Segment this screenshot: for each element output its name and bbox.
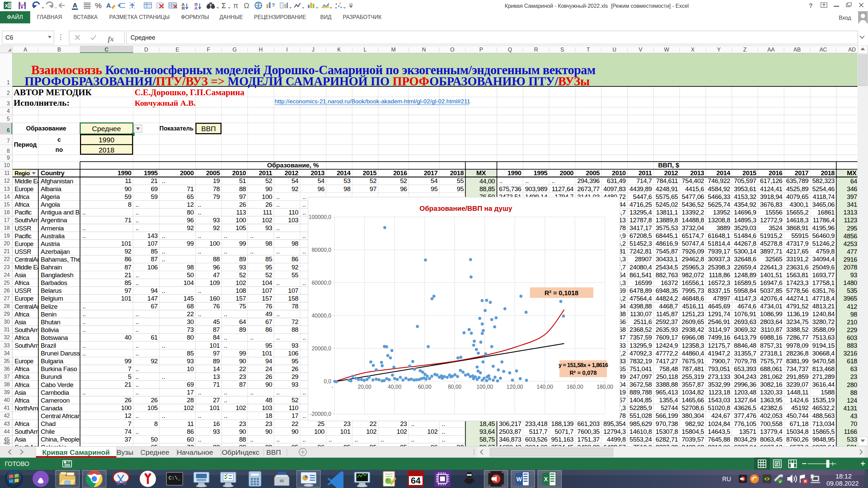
svg-text:1995: 1995 <box>144 169 158 177</box>
svg-text:12358,3: 12358,3 <box>682 342 704 349</box>
svg-text:Africa: Africa <box>15 334 30 341</box>
svg-text:..: .. <box>82 318 86 325</box>
svg-text:7600,35: 7600,35 <box>577 428 600 435</box>
svg-text:23: 23 <box>239 420 246 427</box>
svg-text:68: 68 <box>187 303 194 310</box>
svg-text:..: .. <box>499 177 503 184</box>
svg-text:46532,2: 46532,2 <box>812 404 835 411</box>
svg-text:43: 43 <box>4 421 10 427</box>
svg-text:H: H <box>259 47 263 53</box>
svg-text:с: с <box>57 136 61 143</box>
svg-text:28: 28 <box>187 396 194 404</box>
svg-text:2000: 2000 <box>560 169 574 177</box>
svg-text:Africa: Africa <box>15 397 30 404</box>
svg-text:4153,32: 4153,32 <box>734 193 756 200</box>
svg-text:..: .. <box>82 326 86 333</box>
svg-text:64: 64 <box>411 475 421 486</box>
svg-text:26: 26 <box>151 396 158 404</box>
svg-text:477: 477 <box>847 248 857 255</box>
svg-text:1588: 1588 <box>821 389 835 396</box>
svg-text:..: .. <box>162 342 165 349</box>
svg-text:ГЛАВНАЯ: ГЛАВНАЯ <box>37 14 62 20</box>
svg-text:92: 92 <box>292 185 298 192</box>
svg-text:7939,17: 7939,17 <box>708 248 730 255</box>
svg-text:714,7: 714,7 <box>636 177 652 184</box>
svg-text:Country: Country <box>41 169 65 177</box>
svg-text:13208,8: 13208,8 <box>708 217 730 224</box>
svg-text:982,92: 982,92 <box>685 420 704 427</box>
svg-text:101: 101 <box>210 404 220 411</box>
svg-text:751,041: 751,041 <box>630 365 652 372</box>
svg-text:4398,88: 4398,88 <box>630 303 652 310</box>
svg-text:Pacific: Pacific <box>15 209 32 216</box>
svg-text:78: 78 <box>292 303 298 310</box>
svg-text:..: .. <box>224 248 227 255</box>
svg-text:3114,97: 3114,97 <box>708 326 730 333</box>
svg-text:..: .. <box>136 381 139 388</box>
svg-text:60,00: 60,00 <box>418 384 431 390</box>
svg-text:76: 76 <box>213 303 220 310</box>
svg-text:С.Е.Дорошко, Г.П.Самарина: С.Е.Дорошко, Г.П.Самарина <box>135 88 244 97</box>
svg-text:1118,86: 1118,86 <box>709 271 730 279</box>
svg-text:3465,06: 3465,06 <box>812 201 835 208</box>
svg-text:16599: 16599 <box>635 279 652 286</box>
svg-text:3676,83: 3676,83 <box>760 201 783 208</box>
svg-text:47092,3: 47092,3 <box>630 350 652 357</box>
svg-text:..: .. <box>276 310 280 318</box>
svg-text:71: 71 <box>187 185 194 192</box>
svg-text:100: 100 <box>236 217 246 224</box>
svg-text:Armenia: Armenia <box>41 225 64 232</box>
svg-text:..: .. <box>276 224 280 231</box>
svg-text:Вузы: Вузы <box>117 448 133 456</box>
svg-text:97: 97 <box>239 193 246 200</box>
svg-text:..: .. <box>276 436 280 443</box>
svg-text:107: 107 <box>147 240 158 247</box>
svg-text:2078: 2078 <box>843 264 857 271</box>
svg-text:USSR: USSR <box>15 287 31 294</box>
svg-text:Asia: Asia <box>15 271 26 279</box>
svg-text:9978,09: 9978,09 <box>786 342 809 349</box>
svg-text:16572,3: 16572,3 <box>708 279 730 286</box>
svg-text:705,597: 705,597 <box>734 177 756 184</box>
svg-text:..: .. <box>276 389 280 396</box>
svg-text:27318,1: 27318,1 <box>760 350 783 357</box>
svg-text:7039,57: 7039,57 <box>682 436 704 443</box>
svg-text:27: 27 <box>213 396 220 404</box>
svg-text:РАЗРАБОТЧИК: РАЗРАБОТЧИК <box>343 14 382 20</box>
svg-text:46: 46 <box>4 440 10 446</box>
svg-text:24: 24 <box>265 365 272 372</box>
svg-text:68445,1: 68445,1 <box>656 232 678 239</box>
svg-text:8: 8 <box>154 420 158 427</box>
svg-text:20,00: 20,00 <box>358 384 371 390</box>
svg-text:98: 98 <box>292 240 298 247</box>
svg-text:603,526: 603,526 <box>525 436 548 443</box>
svg-text:..: .. <box>302 334 306 341</box>
svg-text:52285,9: 52285,9 <box>630 404 652 411</box>
svg-text:24: 24 <box>4 272 10 278</box>
svg-text:93: 93 <box>187 358 194 365</box>
svg-text:15307,8: 15307,8 <box>656 428 678 435</box>
svg-text:Bhutan: Bhutan <box>41 319 60 326</box>
svg-text:341: 341 <box>847 201 857 208</box>
svg-text:Belarus: Belarus <box>41 287 62 294</box>
svg-text:94: 94 <box>265 358 272 365</box>
svg-text:..: .. <box>198 248 201 255</box>
svg-text:41147,3: 41147,3 <box>734 295 756 302</box>
svg-text:B: B <box>57 47 61 53</box>
svg-text:..: .. <box>276 248 280 255</box>
svg-text:26: 26 <box>239 201 246 208</box>
svg-text:π: π <box>233 1 238 10</box>
svg-text:1480: 1480 <box>843 279 857 286</box>
svg-text:43: 43 <box>850 412 857 420</box>
svg-text:..: .. <box>162 248 165 255</box>
svg-text:30937,3: 30937,3 <box>708 256 730 263</box>
svg-text:4300,1: 4300,1 <box>790 201 809 208</box>
svg-text:..: .. <box>162 373 165 380</box>
svg-text:..: .. <box>224 412 227 419</box>
svg-text:4813,21: 4813,21 <box>812 303 835 310</box>
svg-text:51484,6: 51484,6 <box>734 232 756 239</box>
svg-text:Σ: Σ <box>221 1 226 10</box>
svg-text:758,48: 758,48 <box>659 365 678 372</box>
svg-text:7675,91: 7675,91 <box>682 358 704 365</box>
svg-text:5037,85: 5037,85 <box>760 287 783 294</box>
